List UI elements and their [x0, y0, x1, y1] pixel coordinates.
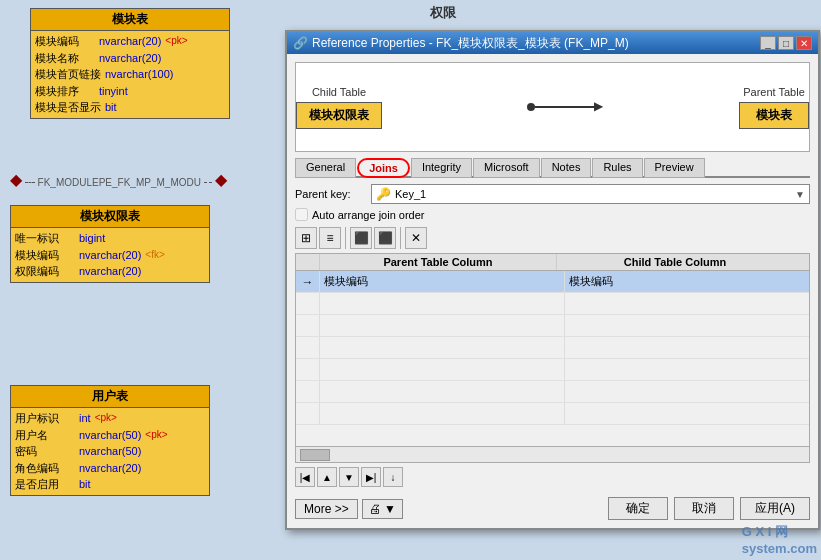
- table-row: 是否启用 bit: [15, 476, 205, 493]
- table-row: 模块首页链接 nvarchar(100): [35, 66, 225, 83]
- cancel-button[interactable]: 取消: [674, 497, 734, 520]
- join-row[interactable]: → 模块编码 模块编码: [296, 271, 809, 293]
- tab-microsoft[interactable]: Microsoft: [473, 158, 540, 178]
- tab-joins[interactable]: Joins: [357, 158, 410, 178]
- toolbar-btn-4[interactable]: ⬛: [374, 227, 396, 249]
- nav-down-button[interactable]: ↓: [383, 467, 403, 487]
- key-icon: 🔑: [376, 187, 391, 201]
- table-user-header: 用户表: [11, 386, 209, 408]
- close-button[interactable]: ✕: [796, 36, 812, 50]
- ok-button[interactable]: 确定: [608, 497, 668, 520]
- minimize-button[interactable]: _: [760, 36, 776, 50]
- parent-cell[interactable]: [320, 293, 565, 314]
- nav-prev-button[interactable]: ▲: [317, 467, 337, 487]
- join-row[interactable]: [296, 293, 809, 315]
- child-table-label: Child Table: [312, 86, 366, 98]
- parent-key-select[interactable]: 🔑 Key_1 ▼: [371, 184, 810, 204]
- table-row: 模块编码 nvarchar(20) <fk>: [15, 247, 205, 264]
- arrow-container: [382, 103, 739, 111]
- table-row: 用户名 nvarchar(50) <pk>: [15, 427, 205, 444]
- join-row[interactable]: [296, 337, 809, 359]
- toolbar-btn-1[interactable]: ⊞: [295, 227, 317, 249]
- nav-arrows: |◀ ▲ ▼ ▶| ↓: [295, 467, 810, 487]
- join-table: Parent Table Column Child Table Column →…: [295, 253, 810, 463]
- parent-table-label: Parent Table: [743, 86, 805, 98]
- horizontal-scrollbar[interactable]: [296, 446, 809, 462]
- child-cell[interactable]: [565, 337, 809, 358]
- maximize-button[interactable]: □: [778, 36, 794, 50]
- parent-col-header: Parent Table Column: [320, 254, 557, 270]
- tab-preview[interactable]: Preview: [644, 158, 705, 178]
- parent-cell[interactable]: [320, 359, 565, 380]
- auto-arrange-checkbox[interactable]: [295, 208, 308, 221]
- table-row: 唯一标识 bigint: [15, 230, 205, 247]
- table-row: 密码 nvarchar(50): [15, 443, 205, 460]
- more-button[interactable]: More >>: [295, 499, 358, 519]
- row-arrow: [296, 293, 320, 314]
- arrow-start: [527, 103, 535, 111]
- parent-cell[interactable]: [320, 337, 565, 358]
- table-user-body: 用户标识 int <pk> 用户名 nvarchar(50) <pk> 密码 n…: [11, 408, 209, 495]
- child-table-box: 模块权限表: [296, 102, 382, 129]
- join-row[interactable]: [296, 403, 809, 425]
- table-row: 模块排序 tinyint: [35, 83, 225, 100]
- footer-right: 确定 取消 应用(A): [608, 497, 810, 520]
- child-section: Child Table 模块权限表: [296, 86, 382, 129]
- table-row: 模块是否显示 bit: [35, 99, 225, 116]
- dropdown-arrow-icon: ▼: [795, 189, 805, 200]
- tab-rules[interactable]: Rules: [592, 158, 642, 178]
- printer-button[interactable]: 🖨 ▼: [362, 499, 403, 519]
- nav-last-button[interactable]: ▶|: [361, 467, 381, 487]
- tab-general[interactable]: General: [295, 158, 356, 178]
- child-cell[interactable]: [565, 293, 809, 314]
- join-row[interactable]: [296, 315, 809, 337]
- dialog-body: Child Table 模块权限表 Parent Table 模块表 Gener…: [287, 54, 818, 528]
- table-row: 权限编码 nvarchar(20): [15, 263, 205, 280]
- tab-notes[interactable]: Notes: [541, 158, 592, 178]
- child-cell[interactable]: 模块编码: [565, 271, 809, 292]
- join-row[interactable]: [296, 359, 809, 381]
- parent-cell[interactable]: [320, 403, 565, 424]
- nav-first-button[interactable]: |◀: [295, 467, 315, 487]
- parent-cell[interactable]: 模块编码: [320, 271, 565, 292]
- table-row: 模块名称 nvarchar(20): [35, 50, 225, 67]
- child-col-header: Child Table Column: [557, 254, 793, 270]
- reference-properties-dialog: 🔗 Reference Properties - FK_模块权限表_模块表 (F…: [285, 30, 820, 530]
- parent-section: Parent Table 模块表: [739, 86, 809, 129]
- table-row: 用户标识 int <pk>: [15, 410, 205, 427]
- parent-cell[interactable]: [320, 381, 565, 402]
- apply-button[interactable]: 应用(A): [740, 497, 810, 520]
- scrollbar-header-spacer: [793, 254, 809, 270]
- table-mokuaiqx-body: 唯一标识 bigint 模块编码 nvarchar(20) <fk> 权限编码 …: [11, 228, 209, 282]
- dialog-icon: 🔗: [293, 36, 308, 50]
- dialog-title: Reference Properties - FK_模块权限表_模块表 (FK_…: [312, 35, 629, 52]
- child-cell[interactable]: [565, 359, 809, 380]
- parent-key-value: Key_1: [395, 188, 426, 200]
- toolbar-separator-2: [400, 227, 401, 249]
- ref-diagram: Child Table 模块权限表 Parent Table 模块表: [295, 62, 810, 152]
- auto-arrange-row: Auto arrange join order: [295, 208, 810, 221]
- row-arrow: [296, 359, 320, 380]
- tabs-row: General Joins Integrity Microsoft Notes …: [295, 158, 810, 178]
- bg-quanxian-label: 权限: [430, 4, 456, 22]
- parent-cell[interactable]: [320, 315, 565, 336]
- row-arrow: [296, 403, 320, 424]
- child-cell[interactable]: [565, 381, 809, 402]
- nav-next-button[interactable]: ▼: [339, 467, 359, 487]
- row-arrow: [296, 315, 320, 336]
- toolbar-btn-2[interactable]: ≡: [319, 227, 341, 249]
- row-arrow: [296, 337, 320, 358]
- hscroll-thumb[interactable]: [300, 449, 330, 461]
- join-table-body[interactable]: → 模块编码 模块编码: [296, 271, 809, 446]
- join-table-header: Parent Table Column Child Table Column: [296, 254, 809, 271]
- child-cell[interactable]: [565, 315, 809, 336]
- join-row[interactable]: [296, 381, 809, 403]
- toolbar-btn-delete[interactable]: ✕: [405, 227, 427, 249]
- toolbar-btn-3[interactable]: ⬛: [350, 227, 372, 249]
- titlebar-buttons: _ □ ✕: [760, 36, 812, 50]
- table-mokuaiqx: 模块权限表 唯一标识 bigint 模块编码 nvarchar(20) <fk>…: [10, 205, 210, 283]
- child-cell[interactable]: [565, 403, 809, 424]
- table-row: 角色编码 nvarchar(20): [15, 460, 205, 477]
- tab-integrity[interactable]: Integrity: [411, 158, 472, 178]
- toolbar-separator: [345, 227, 346, 249]
